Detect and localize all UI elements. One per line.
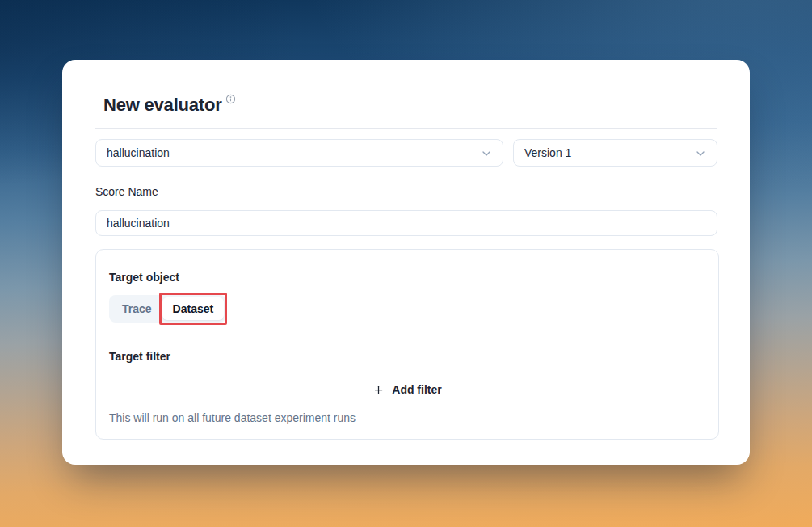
target-section: Target object Trace Dataset Target filte…: [95, 249, 719, 440]
score-name-label: Score Name: [95, 185, 717, 199]
score-name-input[interactable]: [95, 210, 717, 236]
plus-icon: [372, 384, 385, 396]
add-filter-button[interactable]: Add filter: [369, 382, 444, 398]
tab-dataset-label: Dataset: [173, 302, 214, 315]
add-filter-row: Add filter: [109, 382, 705, 398]
target-object-label: Target object: [109, 271, 705, 285]
version-select[interactable]: Version 1: [513, 139, 717, 167]
desktop-background: New evaluator hallucination: [0, 0, 812, 527]
chevron-down-icon: [480, 147, 493, 160]
version-value: Version 1: [524, 146, 571, 159]
new-evaluator-modal: New evaluator hallucination: [62, 60, 750, 465]
tab-trace[interactable]: Trace: [111, 297, 162, 320]
evaluator-template-value: hallucination: [107, 146, 170, 159]
add-filter-label: Add filter: [392, 383, 441, 396]
selects-row: hallucination Version 1: [95, 139, 717, 167]
target-object-segmented-control: Trace Dataset: [109, 295, 226, 323]
page-title: New evaluator: [103, 95, 222, 115]
tab-dataset[interactable]: Dataset: [162, 297, 225, 320]
evaluator-template-select[interactable]: hallucination: [95, 139, 503, 167]
modal-header: New evaluator: [103, 95, 717, 116]
header-divider: [95, 128, 717, 129]
target-filter-label: Target filter: [109, 350, 705, 364]
info-icon[interactable]: [225, 94, 236, 104]
chevron-down-icon: [694, 147, 707, 160]
dataset-run-helper-text: This will run on all future dataset expe…: [109, 411, 705, 425]
